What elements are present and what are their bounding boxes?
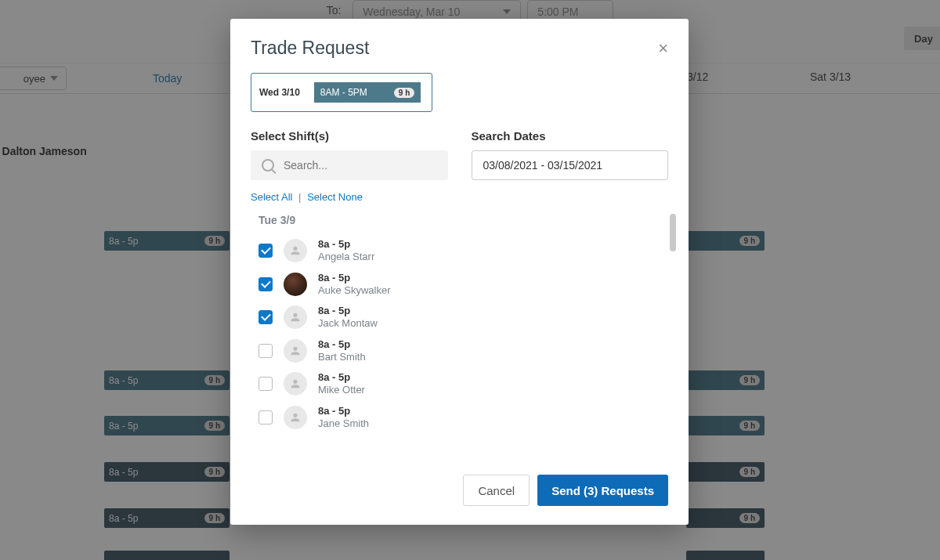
separator: | xyxy=(298,191,301,203)
avatar xyxy=(284,273,307,296)
select-shifts-label: Select Shift(s) xyxy=(251,129,448,143)
date-range-value: 03/08/2021 - 03/15/2021 xyxy=(483,159,603,172)
avatar xyxy=(284,239,307,262)
avatar xyxy=(284,339,307,363)
search-icon xyxy=(262,159,274,172)
send-requests-button[interactable]: Send (3) Requests xyxy=(537,475,668,506)
search-dates-label: Search Dates xyxy=(472,129,669,143)
checkbox[interactable] xyxy=(258,310,273,324)
list-item[interactable]: 8a - 5pBart Smith xyxy=(251,334,662,368)
item-name: Jack Montaw xyxy=(318,317,378,330)
item-time: 8a - 5p xyxy=(318,238,374,251)
shift-list: Tue 3/9 8a - 5pAngela Starr8a - 5pAuke S… xyxy=(251,214,676,446)
item-time: 8a - 5p xyxy=(318,371,365,384)
selected-shift-time: 8AM - 5PM xyxy=(320,87,367,98)
select-none-link[interactable]: Select None xyxy=(307,191,363,203)
search-input-wrapper[interactable] xyxy=(251,150,448,180)
selected-shift-box[interactable]: Wed 3/10 8AM - 5PM 9 h xyxy=(251,73,432,112)
close-icon[interactable]: × xyxy=(658,40,668,57)
avatar xyxy=(284,372,307,396)
item-name: Bart Smith xyxy=(318,351,366,363)
item-name: Angela Starr xyxy=(318,251,374,263)
date-range-input[interactable]: 03/08/2021 - 03/15/2021 xyxy=(472,150,669,180)
avatar xyxy=(284,406,307,429)
item-name: Mike Otter xyxy=(318,384,365,396)
checkbox[interactable] xyxy=(258,410,273,425)
avatar xyxy=(284,305,307,329)
item-name: Jane Smith xyxy=(318,417,369,430)
checkbox[interactable] xyxy=(258,377,273,391)
checkbox[interactable] xyxy=(258,344,273,358)
list-item[interactable]: 8a - 5pJack Montaw xyxy=(251,301,662,334)
item-name: Auke Skywalker xyxy=(318,284,390,297)
scrollbar[interactable] xyxy=(670,214,676,251)
list-item[interactable]: 8a - 5pAngela Starr xyxy=(251,234,662,268)
list-item[interactable]: 8a - 5pMike Otter xyxy=(251,367,662,401)
checkbox[interactable] xyxy=(258,277,273,291)
select-all-link[interactable]: Select All xyxy=(251,191,292,203)
list-day-header: Tue 3/9 xyxy=(258,214,662,226)
cancel-button[interactable]: Cancel xyxy=(463,475,530,506)
item-time: 8a - 5p xyxy=(318,338,366,351)
selected-shift-date: Wed 3/10 xyxy=(259,87,300,98)
list-item[interactable]: 8a - 5pAuke Skywalker xyxy=(251,268,662,302)
item-time: 8a - 5p xyxy=(318,272,390,284)
selected-shift-chip: 8AM - 5PM 9 h xyxy=(314,82,421,103)
modal-title: Trade Request xyxy=(251,38,369,59)
search-input[interactable] xyxy=(282,158,437,172)
checkbox[interactable] xyxy=(258,244,273,258)
item-time: 8a - 5p xyxy=(318,405,369,417)
list-item[interactable]: 8a - 5pJane Smith xyxy=(251,401,662,435)
selected-shift-hours: 9 h xyxy=(394,88,414,98)
trade-request-modal: Trade Request × Wed 3/10 8AM - 5PM 9 h S… xyxy=(230,19,689,525)
item-time: 8a - 5p xyxy=(318,305,378,317)
